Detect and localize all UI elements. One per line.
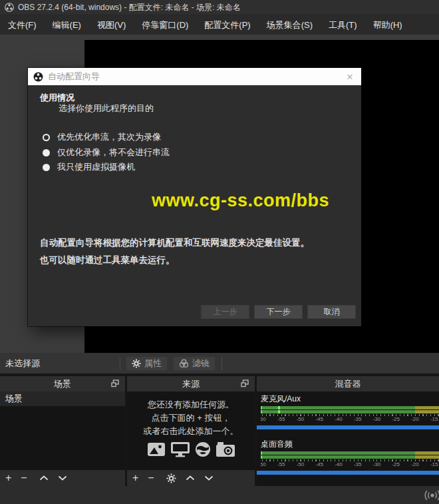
scenes-dock: 场景 场景 + −: [0, 376, 125, 486]
scenes-list[interactable]: 场景: [0, 391, 125, 470]
camera-source-icon: [216, 441, 235, 457]
menu-scene-collection[interactable]: 场景集合(S): [259, 16, 321, 35]
add-scene-icon[interactable]: +: [5, 473, 11, 483]
display-source-icon: [170, 441, 190, 457]
auto-config-wizard-dialog: 自动配置向导 × 使用情况 选择你使用此程序的目的 优先优化串流，其次为录像 仅…: [28, 68, 361, 326]
dialog-title: 自动配置向导: [48, 71, 344, 83]
toolbar-separator: [120, 357, 120, 370]
source-properties-gear-icon[interactable]: [166, 473, 176, 483]
scale-label: -30: [367, 461, 386, 468]
radio-optimize-recording[interactable]: 仅优化录像，将不会进行串流: [43, 146, 170, 159]
dialog-buttons: 上一步 下一步 取消: [201, 305, 356, 319]
image-source-icon: [147, 441, 166, 457]
dock-area: 场景 场景 + − 来源: [0, 374, 439, 486]
mixer-title: 混音器: [335, 378, 361, 390]
dock-float-icon[interactable]: [241, 379, 249, 387]
meter-bar: [261, 406, 439, 409]
menu-file[interactable]: 文件(F): [0, 16, 45, 35]
scenes-title: 场景: [54, 378, 71, 390]
meter-scale-labels: -60-55-50-45-40-35-30-25-20-15: [261, 461, 439, 468]
obs-logo-icon: [33, 72, 43, 82]
radio-icon: [43, 164, 50, 171]
dialog-body: 使用情况 选择你使用此程序的目的 优先优化串流，其次为录像 仅优化录像，将不会进…: [28, 85, 361, 326]
obs-window: OBS 27.2.4 (64-bit, windows) - 配置文件: 未命名…: [0, 0, 439, 504]
dialog-titlebar[interactable]: 自动配置向导 ×: [28, 68, 361, 85]
scale-label: -50: [291, 416, 310, 423]
meter-bar: [261, 455, 439, 459]
scenes-toolbar: + −: [0, 470, 125, 486]
meter-scale-labels: -60-55-50-45-40-35-30-25-20-15: [261, 416, 439, 423]
volume-meter: -60-55-50-45-40-35-30-25-20-15: [261, 406, 439, 423]
mixer-dock-header[interactable]: 混音器: [257, 376, 439, 391]
menu-edit[interactable]: 编辑(E): [45, 16, 89, 35]
move-source-down-icon[interactable]: [204, 475, 214, 481]
scale-label: -35: [348, 416, 367, 423]
gear-icon: [132, 359, 141, 368]
move-scene-up-icon[interactable]: [39, 475, 49, 481]
scale-label: -15: [424, 416, 439, 423]
channel-name: 麦克风/Aux: [257, 391, 439, 406]
volume-slider[interactable]: [257, 471, 439, 475]
wizard-info-text: 自动配置向导将根据您的计算机配置和互联网速度来决定最佳设置。 也可以随时通过工具…: [40, 234, 309, 269]
window-titlebar: OBS 27.2.4 (64-bit, windows) - 配置文件: 未命名…: [0, 0, 439, 15]
menu-tools[interactable]: 工具(T): [321, 16, 365, 35]
add-source-icon[interactable]: +: [132, 473, 138, 483]
radio-icon: [43, 134, 50, 141]
volume-slider[interactable]: [257, 425, 439, 429]
properties-button[interactable]: 属性: [126, 356, 168, 371]
remove-scene-icon[interactable]: −: [21, 473, 27, 483]
sources-title: 来源: [182, 378, 200, 390]
channel-name: 桌面音频: [257, 437, 439, 451]
move-source-up-icon[interactable]: [186, 475, 195, 481]
remove-source-icon[interactable]: −: [148, 473, 154, 483]
next-button[interactable]: 下一步: [254, 305, 303, 319]
scale-label: -60: [261, 461, 271, 468]
menu-bar: 文件(F) 编辑(E) 视图(V) 停靠窗口(D) 配置文件(P) 场景集合(S…: [0, 16, 439, 35]
volume-meter: -60-55-50-45-40-35-30-25-20-15: [261, 451, 439, 468]
mixer-channel-desktop: 桌面音频 -60-55-50-45-40-35-30-25-20-15: [257, 437, 439, 475]
stream-signal-icon: [424, 489, 439, 501]
menu-view[interactable]: 视图(V): [89, 16, 134, 35]
scale-label: -50: [291, 461, 310, 468]
menu-docks[interactable]: 停靠窗口(D): [134, 16, 196, 35]
watermark-text: www.cg-ss.com/bbs: [152, 190, 329, 211]
scale-label: -60: [261, 416, 271, 423]
filters-icon: [179, 359, 189, 368]
empty-line: 点击下面的 + 按钮，: [127, 411, 255, 425]
dock-float-icon[interactable]: [111, 379, 119, 387]
peak-indicator: [278, 410, 280, 413]
scenes-dock-header[interactable]: 场景: [0, 376, 125, 391]
close-icon[interactable]: ×: [344, 71, 356, 83]
audio-mixer-dock: 混音器 麦克风/Aux -60-55-50-45-40-35-30-25-20-…: [257, 376, 439, 486]
scale-label: -25: [386, 416, 406, 423]
peak-indicator: [278, 406, 280, 409]
obs-logo-icon: [5, 3, 14, 12]
scale-label: -55: [271, 461, 291, 468]
radio-virtual-camera-only[interactable]: 我只使用虚拟摄像机: [43, 160, 135, 174]
scene-list-item[interactable]: 场景: [0, 391, 125, 406]
scale-label: -45: [310, 461, 329, 468]
usage-section-subtitle: 选择你使用此程序的目的: [59, 103, 154, 115]
sources-dock-header[interactable]: 来源: [127, 376, 255, 391]
empty-line: 您还没有添加任何源。: [127, 398, 255, 411]
scale-label: -35: [348, 461, 367, 468]
cancel-button[interactable]: 取消: [307, 305, 356, 319]
meter-bar: [261, 451, 439, 455]
sources-list[interactable]: 您还没有添加任何源。 点击下面的 + 按钮， 或者右击此处添加一个。: [127, 391, 255, 470]
sources-empty-state: 您还没有添加任何源。 点击下面的 + 按钮， 或者右击此处添加一个。: [127, 391, 255, 457]
mixer-channel-mic: 麦克风/Aux -60-55-50-45-40-35-30-25-20-15: [257, 391, 439, 429]
menu-help[interactable]: 帮助(H): [365, 16, 410, 35]
browser-source-icon: [195, 441, 211, 457]
radio-optimize-streaming[interactable]: 优先优化串流，其次为录像: [43, 130, 161, 144]
sources-toolbar: + −: [127, 470, 255, 486]
toolbar-separator: [221, 357, 222, 370]
wizard-info-line1: 自动配置向导将根据您的计算机配置和互联网速度来决定最佳设置。: [40, 234, 309, 252]
sources-dock: 来源 您还没有添加任何源。 点击下面的 + 按钮， 或者右击此处添加一个。: [127, 376, 255, 486]
move-scene-down-icon[interactable]: [58, 475, 67, 481]
scale-label: -40: [329, 461, 349, 468]
filters-button[interactable]: 滤镜: [173, 356, 216, 371]
menu-profile[interactable]: 配置文件(P): [196, 16, 258, 35]
properties-label: 属性: [144, 358, 162, 370]
filters-label: 滤镜: [192, 358, 210, 370]
scale-label: -55: [271, 416, 291, 423]
